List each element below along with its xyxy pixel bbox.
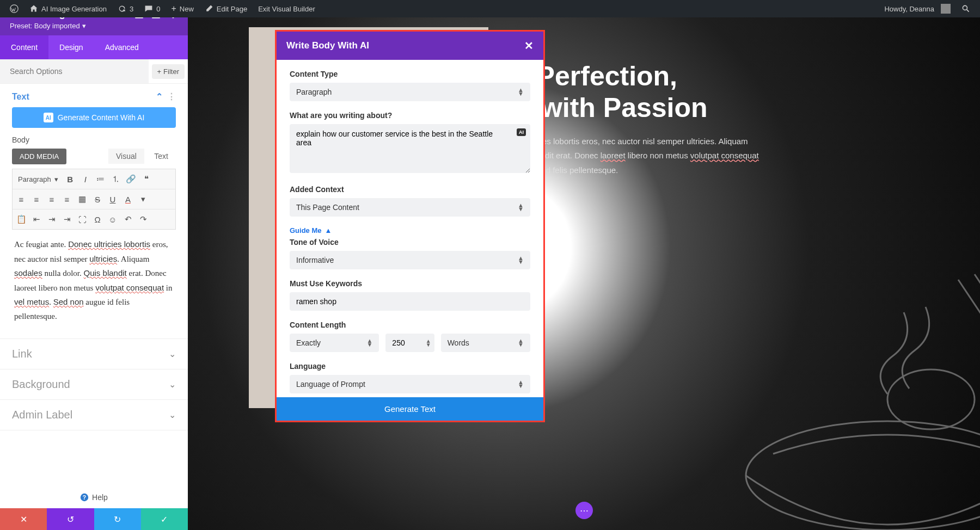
- text-color-icon[interactable]: A: [120, 192, 136, 207]
- chevron-up-icon: ⌃: [156, 91, 163, 102]
- guide-me-toggle[interactable]: Guide Me▲: [290, 226, 530, 235]
- tab-advanced[interactable]: Advanced: [94, 35, 150, 59]
- content-type-label: Content Type: [290, 70, 530, 78]
- chevron-down-icon: ⌄: [169, 410, 176, 420]
- ai-badge-icon: AI: [44, 113, 53, 122]
- bullet-list-icon[interactable]: ≔: [93, 171, 108, 187]
- svg-point-1: [963, 5, 967, 10]
- svg-point-5: [887, 369, 975, 429]
- align-justify-icon[interactable]: ≡: [59, 192, 75, 207]
- content-type-select[interactable]: Paragraph▲▼: [290, 83, 530, 101]
- tone-label: Tone of Voice: [290, 238, 530, 246]
- length-mode-select[interactable]: Exactly▲▼: [290, 334, 379, 352]
- new-link[interactable]: +New: [166, 0, 199, 17]
- search-icon[interactable]: [956, 0, 976, 17]
- generate-text-button[interactable]: Generate Text: [277, 397, 543, 421]
- account-link[interactable]: Howdy, Deanna: [879, 0, 956, 17]
- numbered-list-icon[interactable]: ⒈: [108, 171, 124, 187]
- search-input[interactable]: [0, 59, 149, 83]
- preset-selector[interactable]: Preset: Body imported▾: [10, 22, 178, 30]
- align-center-icon[interactable]: ≡: [29, 192, 44, 207]
- table-icon[interactable]: ▦: [75, 192, 90, 207]
- context-label: Added Context: [290, 185, 530, 194]
- context-select[interactable]: This Page Content▲▼: [290, 198, 530, 217]
- save-button[interactable]: ✓: [141, 508, 188, 530]
- fullscreen-icon[interactable]: ⛶: [75, 212, 90, 227]
- align-left-icon[interactable]: ≡: [14, 192, 29, 207]
- keywords-label: Must Use Keywords: [290, 279, 530, 288]
- svg-text:?: ?: [83, 495, 86, 501]
- wp-admin-bar: AI Image Generation 3 0 +New Edit Page E…: [0, 0, 980, 17]
- editor-toolbar: Paragraph▾ B I ≔ ⒈ 🔗 ❝ ≡ ≡ ≡ ≡ ▦ S U A: [12, 169, 176, 230]
- ai-badge-icon[interactable]: AI: [517, 128, 526, 136]
- language-select[interactable]: Language of Prompt▲▼: [290, 375, 530, 393]
- exit-vb-link[interactable]: Exit Visual Builder: [253, 0, 321, 17]
- length-label: Content Length: [290, 321, 530, 329]
- wp-logo-icon[interactable]: [4, 0, 24, 17]
- chevron-down-icon: ⌄: [169, 349, 176, 359]
- strikethrough-icon[interactable]: S: [90, 192, 105, 207]
- undo-icon[interactable]: ↶: [120, 212, 136, 227]
- language-label: Language: [290, 362, 530, 371]
- about-label: What are you writing about?: [290, 111, 530, 120]
- italic-icon[interactable]: I: [78, 171, 93, 187]
- svg-line-6: [958, 280, 980, 410]
- tone-select[interactable]: Informative▲▼: [290, 251, 530, 269]
- body-label: Body: [12, 135, 176, 144]
- filter-button[interactable]: +Filter: [152, 64, 185, 79]
- undo-button[interactable]: ↺: [47, 508, 94, 530]
- section-link[interactable]: Link⌄: [0, 339, 188, 369]
- help-link[interactable]: ?Help: [0, 486, 188, 508]
- comments-link[interactable]: 0: [139, 0, 166, 17]
- modal-title: Write Body With AI: [286, 40, 369, 51]
- editor-tab-text[interactable]: Text: [146, 149, 176, 164]
- redo-icon[interactable]: ↷: [136, 212, 151, 227]
- section-text[interactable]: Text⌃⋮: [12, 91, 176, 102]
- emoji-icon[interactable]: ☺: [105, 212, 120, 227]
- section-menu-icon[interactable]: ⋮: [167, 91, 176, 102]
- indent2-icon[interactable]: ⇥: [59, 212, 75, 227]
- section-background[interactable]: Background⌄: [0, 369, 188, 400]
- section-admin-label[interactable]: Admin Label⌄: [0, 400, 188, 430]
- spellcheck-word: Donec ultricies lobortis: [68, 239, 150, 249]
- paste-icon[interactable]: 📋: [14, 212, 29, 227]
- keywords-input[interactable]: [290, 292, 530, 311]
- outdent-icon[interactable]: ⇤: [29, 212, 44, 227]
- close-icon[interactable]: ✕: [524, 39, 534, 52]
- write-body-ai-modal: Write Body With AI ✕ Content Type Paragr…: [275, 30, 545, 422]
- number-stepper-icon[interactable]: ▲▼: [426, 339, 431, 347]
- more-tools-icon[interactable]: ▾: [136, 192, 151, 207]
- site-link[interactable]: AI Image Generation: [24, 0, 112, 17]
- link-icon[interactable]: 🔗: [124, 171, 139, 187]
- indent-icon[interactable]: ⇥: [44, 212, 59, 227]
- blockquote-icon[interactable]: ❝: [139, 171, 154, 187]
- cancel-button[interactable]: ✕: [0, 508, 47, 530]
- underline-icon[interactable]: U: [105, 192, 120, 207]
- svg-line-7: [975, 274, 980, 405]
- paragraph-dropdown[interactable]: Paragraph▾: [14, 171, 63, 187]
- align-right-icon[interactable]: ≡: [44, 192, 59, 207]
- svg-point-4: [746, 421, 980, 530]
- bold-icon[interactable]: B: [63, 171, 78, 187]
- length-unit-select[interactable]: Words▲▼: [441, 334, 530, 352]
- updates-link[interactable]: 3: [112, 0, 139, 17]
- builder-fab-icon[interactable]: ⋯: [575, 502, 593, 519]
- text-settings-panel: Text Settings ▣ ◧ ⋮ Preset: Body importe…: [0, 0, 188, 530]
- edit-page-link[interactable]: Edit Page: [199, 0, 253, 17]
- chevron-down-icon: ⌄: [169, 379, 176, 390]
- editor-body[interactable]: Ac feugiat ante. Donec ultricies loborti…: [12, 230, 176, 331]
- about-textarea[interactable]: [290, 124, 530, 173]
- tab-content[interactable]: Content: [0, 35, 48, 59]
- avatar-icon: [941, 4, 951, 14]
- ramen-illustration-icon: [697, 247, 980, 530]
- generate-content-ai-button[interactable]: AIGenerate Content With AI: [12, 107, 176, 128]
- add-media-button[interactable]: ADD MEDIA: [12, 149, 66, 164]
- editor-tab-visual[interactable]: Visual: [108, 149, 144, 164]
- omega-icon[interactable]: Ω: [90, 212, 105, 227]
- redo-button[interactable]: ↻: [94, 508, 141, 530]
- tab-design[interactable]: Design: [48, 35, 94, 59]
